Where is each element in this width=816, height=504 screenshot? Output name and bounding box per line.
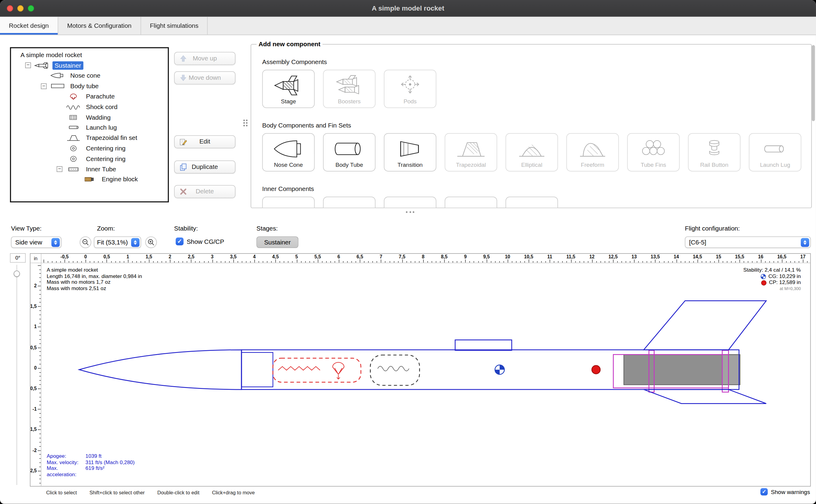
checkbox-checked-icon[interactable]: ✓ — [176, 237, 183, 245]
pal-elliptical-icon — [515, 136, 549, 161]
tree-item-nose-cone[interactable]: Nose cone — [11, 71, 168, 81]
add-freeform-button[interactable]: Freeform — [566, 133, 619, 172]
add-item-button[interactable] — [323, 197, 376, 208]
shock-cord[interactable] — [370, 355, 419, 385]
pal-pods-icon — [393, 72, 427, 98]
ruler-label: 16,5 — [774, 254, 790, 260]
tree-item-sustainer[interactable]: −Sustainer — [11, 60, 168, 70]
ruler-tick — [503, 261, 504, 263]
ruler-tick — [343, 261, 344, 263]
zoom-out-button[interactable] — [80, 237, 91, 248]
add-launch-lug-button[interactable]: Launch Lug — [749, 133, 801, 172]
ruler-tick — [204, 261, 204, 263]
move-up-button[interactable]: Move up — [174, 52, 235, 65]
nose-cone[interactable] — [79, 350, 241, 389]
flight-configuration-select[interactable]: [C6-5] — [685, 237, 811, 248]
tab-flight-simulations[interactable]: Flight simulations — [141, 17, 208, 35]
duplicate-button[interactable]: Duplicate — [174, 160, 235, 173]
add-item-button[interactable] — [384, 197, 436, 208]
stage-toggle-sustainer[interactable]: Sustainer — [257, 237, 299, 248]
magnifier-plus-icon — [147, 239, 155, 246]
tree-item-trapezoidal-fin-set[interactable]: Trapezoidal fin set — [11, 133, 168, 143]
rocket-canvas[interactable]: A simple model rocket Length 16,748 in, … — [41, 263, 810, 486]
tree-item-shock-cord[interactable]: Shock cord — [11, 102, 168, 112]
ruler-tick — [56, 261, 57, 263]
add-item-button[interactable] — [445, 197, 497, 208]
ruler-tick — [326, 261, 327, 263]
button-label: Duplicate — [192, 163, 218, 170]
minimize-button[interactable] — [17, 5, 24, 11]
tree-expander-icon[interactable]: − — [25, 63, 31, 68]
add-body-tube-button[interactable]: Body Tube — [323, 133, 376, 172]
tab-motors-configuration[interactable]: Motors & Configuration — [58, 17, 141, 35]
tree-item-body-tube[interactable]: −Body tube — [11, 81, 168, 91]
close-button[interactable] — [7, 5, 13, 11]
checkbox-checked-icon[interactable]: ✓ — [760, 488, 768, 495]
ruler-tick — [305, 261, 306, 263]
rotation-slider[interactable] — [16, 265, 17, 485]
add-elliptical-button[interactable]: Elliptical — [506, 133, 558, 172]
ruler-tick — [90, 261, 90, 263]
tree-item-centering-ring[interactable]: Centering ring — [11, 143, 168, 153]
add-tube-fins-button[interactable]: Tube Fins — [627, 133, 680, 172]
parachute[interactable] — [273, 358, 361, 382]
add-pods-button[interactable]: Pods — [384, 70, 436, 108]
zoom-window-button[interactable] — [28, 5, 34, 11]
delete-button[interactable]: Delete — [174, 185, 235, 198]
magnifier-minus-icon — [82, 239, 89, 246]
tree-item-wadding[interactable]: Wadding — [11, 112, 168, 122]
rocket-side-view[interactable] — [41, 263, 810, 486]
titlebar[interactable]: A simple model rocket — [0, 0, 816, 17]
splitter-handle[interactable] — [243, 120, 248, 126]
ruler-tick — [664, 261, 664, 263]
add-trapezoidal-button[interactable]: Trapezoidal — [445, 133, 497, 172]
add-boosters-button[interactable]: Boosters — [323, 70, 376, 108]
show-warnings-control[interactable]: ✓ Show warnings — [760, 488, 810, 495]
move-down-button[interactable]: Move down — [174, 71, 235, 84]
zoom-in-button[interactable] — [145, 237, 157, 248]
tree-item-engine-block[interactable]: Engine block — [11, 174, 168, 185]
ruler-label: 2 — [34, 283, 37, 288]
add-nose-cone-button[interactable]: Nose Cone — [262, 133, 315, 172]
add-rail-button-button[interactable]: Rail Button — [688, 133, 741, 172]
ruler-tick — [685, 261, 685, 263]
tree-expander-icon[interactable]: − — [57, 166, 62, 172]
ruler-tick — [39, 454, 41, 455]
tree-item-inner-tube[interactable]: −Inner Tube — [11, 164, 168, 174]
rocket-length: Length 16,748 in, max. diameter 0,984 in — [47, 273, 142, 279]
add-item-button[interactable] — [262, 197, 315, 208]
ruler-tick — [470, 261, 470, 263]
section-label-body-components-and-fin-sets: Body Components and Fin Sets — [262, 122, 811, 129]
ruler-tick — [668, 261, 669, 263]
rotation-knob[interactable] — [13, 270, 20, 277]
ruler-tick — [39, 310, 41, 311]
tree-item-a-simple-model-rocket[interactable]: A simple model rocket — [11, 50, 168, 60]
tree-item-centering-ring[interactable]: Centering ring — [11, 153, 168, 164]
arrow-up-icon — [179, 54, 187, 62]
pal-freeform-icon — [576, 136, 609, 161]
tree-item-launch-lug[interactable]: Launch lug — [11, 122, 168, 133]
ruler-tick — [39, 323, 41, 323]
add-stage-button[interactable]: Stage — [262, 70, 315, 108]
tab-rocket-design[interactable]: Rocket design — [0, 17, 58, 35]
panel-resize-handle[interactable] — [406, 211, 414, 213]
show-cgcp-control[interactable]: ✓ Show CG/CP — [176, 237, 224, 245]
ruler-label: 0 — [34, 365, 37, 370]
add-transition-button[interactable]: Transition — [384, 133, 436, 172]
launch-lug[interactable] — [455, 340, 512, 351]
zoom-select[interactable]: Fit (53,1%) — [94, 237, 141, 248]
hint-bar: Click to selectShift+click to select oth… — [46, 490, 255, 496]
view-type-select[interactable]: Side view — [11, 237, 61, 248]
ruler-tick — [702, 261, 702, 263]
tree-item-parachute[interactable]: Parachute — [11, 91, 168, 102]
edit-button[interactable]: Edit — [174, 135, 235, 148]
ruler-tick — [313, 261, 314, 263]
add-item-button[interactable] — [506, 197, 558, 208]
component-tree[interactable]: A simple model rocket−SustainerNose cone… — [10, 47, 169, 202]
tree-expander-icon[interactable]: − — [41, 83, 47, 89]
show-warnings-label: Show warnings — [771, 489, 810, 495]
ruler-tick — [37, 347, 41, 348]
scrollbar[interactable] — [812, 45, 815, 121]
ruler-tick — [216, 261, 217, 263]
pal-launchlug-icon — [758, 136, 792, 161]
